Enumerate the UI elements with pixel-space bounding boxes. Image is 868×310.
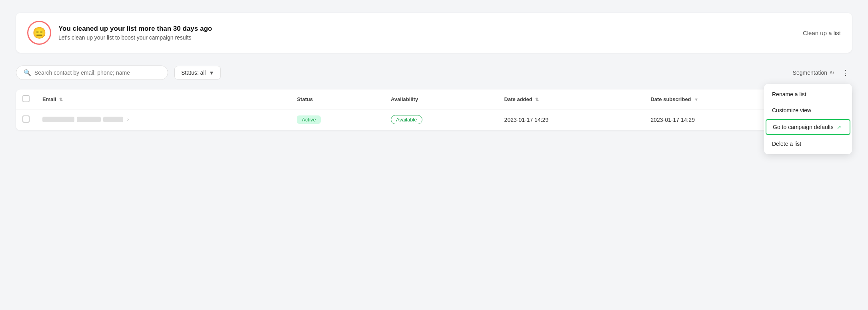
- delete-list-label: Delete a list: [772, 141, 801, 147]
- row-checkbox-cell[interactable]: [16, 109, 36, 130]
- row-status-cell: Active: [290, 109, 384, 130]
- search-input[interactable]: [34, 70, 160, 76]
- date-added-sort-icon: ⇅: [535, 97, 539, 102]
- search-icon: 🔍: [24, 69, 31, 76]
- blurred-text-2: [77, 117, 101, 122]
- col-availability: Availability: [384, 89, 498, 109]
- cleanup-banner: 😑 You cleaned up your list more than 30 …: [16, 13, 852, 53]
- rename-list-label: Rename a list: [772, 91, 806, 97]
- status-filter-button[interactable]: Status: all ▼: [174, 66, 221, 79]
- dropdown-item-delete[interactable]: Delete a list: [764, 136, 852, 152]
- col-status: Status: [290, 89, 384, 109]
- row-date-added-cell: 2023-01-17 14:29: [498, 109, 644, 130]
- toolbar-right: Segmentation ↻ ⋮ Rename a list Customize…: [793, 66, 852, 79]
- row-email-cell: ›: [36, 109, 290, 130]
- campaign-defaults-label: Go to campaign defaults: [773, 124, 834, 130]
- more-options-button[interactable]: ⋮ Rename a list Customize view Go to cam…: [839, 66, 852, 79]
- dropdown-item-campaign-defaults[interactable]: Go to campaign defaults ↗: [766, 119, 850, 135]
- blurred-email: ›: [42, 117, 129, 122]
- banner-emoji: 😑: [27, 21, 51, 45]
- blurred-text-1: [42, 117, 74, 122]
- customize-view-label: Customize view: [772, 107, 811, 113]
- col-email[interactable]: Email ⇅: [36, 89, 290, 109]
- dropdown-menu: Rename a list Customize view Go to campa…: [764, 84, 852, 154]
- date-subscribed-sort-icon: ▼: [694, 97, 698, 102]
- cleanup-action-link[interactable]: Clean up a list: [803, 30, 841, 36]
- toolbar: 🔍 Status: all ▼ Segmentation ↻ ⋮ Rename …: [16, 66, 852, 80]
- contacts-table: Email ⇅ Status Availability Date added ⇅: [16, 89, 852, 130]
- date-subscribed-value: 2023-01-17 14:29: [650, 117, 695, 123]
- contacts-table-container: Email ⇅ Status Availability Date added ⇅: [16, 89, 852, 130]
- banner-text: You cleaned up your list more than 30 da…: [58, 25, 212, 41]
- chevron-down-icon: ▼: [209, 70, 214, 76]
- status-badge: Active: [297, 115, 320, 124]
- external-link-icon: ↗: [837, 124, 841, 130]
- banner-subtitle: Let's clean up your list to boost your c…: [58, 34, 212, 41]
- dropdown-item-customize[interactable]: Customize view: [764, 102, 852, 118]
- select-all-checkbox[interactable]: [22, 95, 30, 102]
- segmentation-button[interactable]: Segmentation ↻: [793, 70, 834, 76]
- table-header-row: Email ⇅ Status Availability Date added ⇅: [16, 89, 852, 109]
- status-filter-label: Status: all: [181, 70, 206, 76]
- col-date-added[interactable]: Date added ⇅: [498, 89, 644, 109]
- blurred-text-3: [103, 117, 123, 122]
- row-checkbox[interactable]: [22, 115, 30, 123]
- date-added-value: 2023-01-17 14:29: [504, 117, 549, 123]
- row-expand-icon[interactable]: ›: [127, 117, 129, 122]
- banner-title: You cleaned up your list more than 30 da…: [58, 25, 212, 33]
- email-sort-icon: ⇅: [59, 97, 63, 102]
- refresh-icon: ↻: [830, 70, 834, 76]
- availability-badge: Available: [391, 115, 422, 124]
- search-wrapper: 🔍: [16, 66, 168, 80]
- table-row: › Active Available 2023-01-17 14:29 2023…: [16, 109, 852, 130]
- banner-left: 😑 You cleaned up your list more than 30 …: [27, 21, 212, 45]
- dropdown-item-rename[interactable]: Rename a list: [764, 86, 852, 102]
- vertical-dots-icon: ⋮: [842, 68, 849, 77]
- segmentation-label: Segmentation: [793, 70, 827, 76]
- select-all-header[interactable]: [16, 89, 36, 109]
- row-availability-cell: Available: [384, 109, 498, 130]
